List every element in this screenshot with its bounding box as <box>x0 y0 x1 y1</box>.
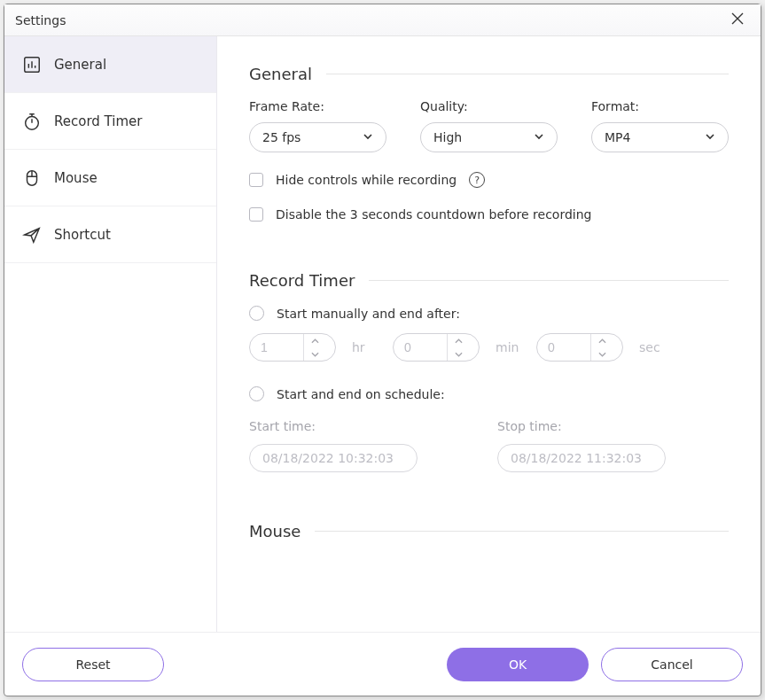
content: General Frame Rate: 25 fps Quality: High <box>217 36 761 632</box>
frame-rate-select[interactable]: 25 fps <box>249 122 386 152</box>
divider <box>315 531 729 532</box>
help-icon[interactable]: ? <box>469 172 485 188</box>
stop-time-value: 08/18/2022 11:32:03 <box>511 451 642 465</box>
hide-controls-label: Hide controls while recording <box>276 173 457 187</box>
cancel-button[interactable]: Cancel <box>601 648 743 681</box>
format-label: Format: <box>591 99 729 113</box>
sidebar-item-shortcut[interactable]: Shortcut <box>4 206 216 263</box>
hours-input[interactable] <box>250 340 303 354</box>
frame-rate-label: Frame Rate: <box>249 99 386 113</box>
select-value: High <box>433 130 462 144</box>
stop-time-field[interactable]: 08/18/2022 11:32:03 <box>497 444 666 472</box>
sidebar-item-label: Mouse <box>54 170 98 186</box>
start-time-field[interactable]: 08/18/2022 10:32:03 <box>249 444 418 472</box>
section-title: Record Timer <box>249 271 355 290</box>
stop-time-column: Stop time: 08/18/2022 11:32:03 <box>497 419 666 472</box>
seconds-unit: sec <box>639 340 664 354</box>
chevron-down-icon <box>705 130 715 144</box>
schedule-times: Start time: 08/18/2022 10:32:03 Stop tim… <box>249 419 729 472</box>
spin-buttons <box>590 334 613 361</box>
button-label: OK <box>509 657 527 672</box>
reset-button[interactable]: Reset <box>22 648 164 681</box>
format-column: Format: MP4 <box>591 99 729 152</box>
manual-end-row: Start manually and end after: <box>249 306 729 321</box>
format-select[interactable]: MP4 <box>591 122 729 152</box>
sidebar-item-record-timer[interactable]: Record Timer <box>4 93 216 150</box>
bar-chart-icon <box>22 55 42 74</box>
quality-select[interactable]: High <box>420 122 558 152</box>
hours-unit: hr <box>352 340 377 354</box>
spin-down-button[interactable] <box>448 347 470 361</box>
hide-controls-row: Hide controls while recording ? <box>249 172 729 188</box>
schedule-radio[interactable] <box>249 386 264 401</box>
sidebar-item-label: General <box>54 57 106 73</box>
seconds-input[interactable] <box>537 340 590 354</box>
section-heading-record-timer: Record Timer <box>249 271 729 290</box>
general-options-row: Frame Rate: 25 fps Quality: High Format: <box>249 99 729 152</box>
manual-end-radio[interactable] <box>249 306 264 321</box>
section-heading-mouse: Mouse <box>249 522 729 541</box>
spin-down-button[interactable] <box>304 347 326 361</box>
hours-spinner[interactable] <box>249 333 336 362</box>
divider <box>326 74 729 74</box>
section-heading-general: General <box>249 65 729 83</box>
spin-buttons <box>303 334 326 361</box>
schedule-row: Start and end on schedule: <box>249 386 729 401</box>
start-time-value: 08/18/2022 10:32:03 <box>262 451 394 465</box>
start-time-label: Start time: <box>249 419 418 433</box>
stop-time-label: Stop time: <box>497 419 666 433</box>
spin-down-button[interactable] <box>591 347 613 361</box>
svg-point-1 <box>26 116 39 129</box>
footer: Reset OK Cancel <box>4 632 761 696</box>
disable-countdown-row: Disable the 3 seconds countdown before r… <box>249 207 729 222</box>
quality-label: Quality: <box>420 99 558 113</box>
quality-column: Quality: High <box>420 99 558 152</box>
settings-window: Settings General Record Timer <box>4 4 761 696</box>
disable-countdown-label: Disable the 3 seconds countdown before r… <box>276 207 591 222</box>
divider <box>369 280 729 281</box>
sidebar-item-general[interactable]: General <box>4 36 216 93</box>
sidebar-item-label: Record Timer <box>54 113 142 129</box>
spin-buttons <box>447 334 470 361</box>
mouse-icon <box>22 168 42 188</box>
section-title: Mouse <box>249 522 301 541</box>
window-title: Settings <box>15 13 725 27</box>
seconds-spinner[interactable] <box>536 333 623 362</box>
chevron-down-icon <box>534 130 544 144</box>
sidebar: General Record Timer Mouse Shortcut <box>4 36 217 632</box>
spin-up-button[interactable] <box>304 334 326 347</box>
select-value: MP4 <box>605 130 630 144</box>
paper-plane-icon <box>22 225 42 245</box>
spin-up-button[interactable] <box>591 334 613 347</box>
spin-up-button[interactable] <box>448 334 470 347</box>
sidebar-item-mouse[interactable]: Mouse <box>4 150 216 206</box>
button-label: Cancel <box>651 657 692 672</box>
manual-end-label: Start manually and end after: <box>277 307 460 321</box>
schedule-label: Start and end on schedule: <box>277 387 445 401</box>
close-icon <box>730 12 745 29</box>
minutes-spinner[interactable] <box>393 333 480 362</box>
disable-countdown-checkbox[interactable] <box>249 207 263 222</box>
frame-rate-column: Frame Rate: 25 fps <box>249 99 386 152</box>
minutes-input[interactable] <box>394 340 447 354</box>
sidebar-item-label: Shortcut <box>54 227 111 243</box>
duration-row: hr min sec <box>249 333 729 362</box>
stopwatch-icon <box>22 112 42 131</box>
close-button[interactable] <box>725 8 750 33</box>
chevron-down-icon <box>363 130 373 144</box>
minutes-unit: min <box>496 340 520 354</box>
start-time-column: Start time: 08/18/2022 10:32:03 <box>249 419 418 472</box>
section-title: General <box>249 65 312 83</box>
titlebar: Settings <box>4 4 761 36</box>
hide-controls-checkbox[interactable] <box>249 173 263 187</box>
body: General Record Timer Mouse Shortcut <box>4 36 761 632</box>
ok-button[interactable]: OK <box>447 648 589 681</box>
button-label: Reset <box>75 657 110 672</box>
select-value: 25 fps <box>262 130 301 144</box>
